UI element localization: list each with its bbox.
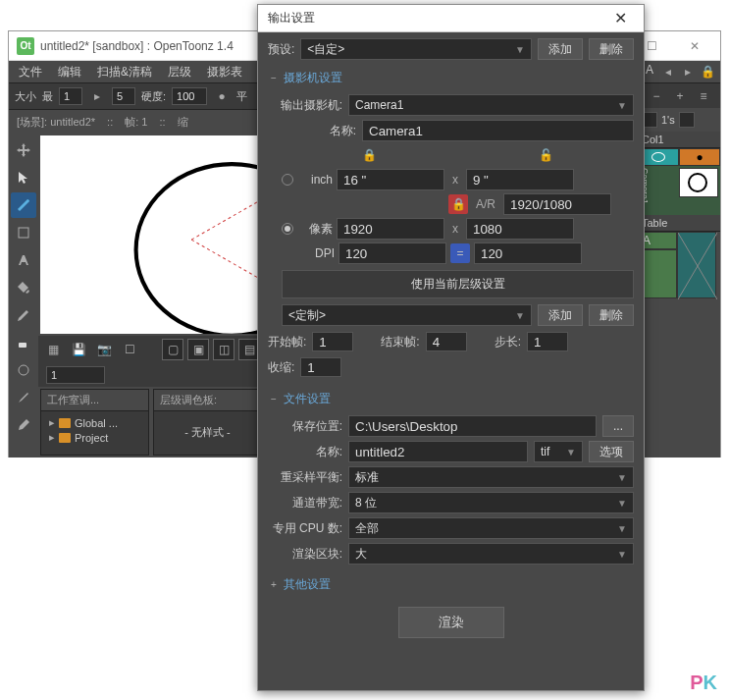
output-camera-select[interactable]: Camera1▼	[348, 94, 634, 116]
tape-tool-icon[interactable]	[11, 357, 36, 383]
close-button[interactable]: ✕	[677, 34, 712, 58]
xsheet-right-icon[interactable]	[679, 112, 695, 128]
step-label: 步长:	[495, 334, 521, 350]
eraser-tool-icon[interactable]	[11, 330, 36, 355]
resample-label: 重采样平衡:	[268, 469, 342, 486]
move-tool-icon[interactable]	[11, 137, 36, 163]
dpi-link-icon[interactable]: =	[450, 243, 470, 263]
pixel-radio[interactable]	[282, 223, 293, 235]
palette-panel: 层级调色板: - 无样式 -	[153, 389, 262, 456]
view-mode-3-icon[interactable]: ◫	[213, 339, 234, 360]
cpu-select[interactable]: 全部▼	[348, 517, 634, 539]
size-max-input[interactable]	[112, 87, 135, 105]
view-mode-1-icon[interactable]: ▢	[162, 339, 183, 360]
use-current-level-button[interactable]: 使用当前层级设置	[282, 270, 634, 298]
end-frame-input[interactable]	[426, 332, 467, 351]
toolbar-minus-icon[interactable]: −	[646, 85, 667, 107]
blank-icon[interactable]: ☐	[119, 339, 140, 360]
svg-point-3	[136, 164, 262, 334]
geometry-tool-icon[interactable]	[11, 220, 36, 245]
select-tool-icon[interactable]	[11, 165, 36, 190]
workspace-panel-title: 工作室调...	[41, 390, 148, 411]
type-tool-icon[interactable]	[11, 247, 36, 273]
canvas-viewport[interactable]	[40, 135, 262, 334]
output-settings-dialog: 输出设置 ✕ 预设: <自定>▼ 添加 删除 − 摄影机设置 输出摄影机: Ca…	[257, 4, 645, 691]
ar-lock-icon[interactable]: 🔒	[448, 194, 468, 214]
fill-tool-icon[interactable]	[11, 275, 36, 300]
camera-name-input[interactable]	[362, 120, 634, 141]
safe-area-icon[interactable]: ▦	[42, 339, 64, 360]
chevron-left-icon[interactable]: ◂	[659, 63, 677, 81]
cell-block-2[interactable]	[677, 232, 716, 298]
output-camera-label: 输出摄影机:	[268, 97, 342, 114]
brush-tool-icon[interactable]	[11, 192, 36, 218]
render-button[interactable]: 渲染	[398, 607, 504, 638]
svg-line-5	[191, 240, 262, 280]
ar-input[interactable]	[503, 193, 611, 215]
start-frame-input[interactable]	[312, 332, 353, 351]
block-select[interactable]: 大▼	[348, 543, 634, 565]
collapse-icon: −	[268, 73, 280, 84]
table-label: Table	[638, 215, 720, 232]
up-down-icon[interactable]: ▸	[88, 87, 106, 105]
menu-scan[interactable]: 扫描&清稿	[91, 62, 158, 82]
lock-toggle[interactable]: ●	[679, 148, 720, 166]
lock-open-icon[interactable]: 🔓	[536, 145, 555, 165]
dialog-close-button[interactable]: ✕	[606, 7, 634, 30]
preset-remove-button[interactable]: 删除	[589, 38, 634, 60]
level-thumbnail[interactable]	[679, 168, 718, 197]
save-location-input[interactable]	[348, 415, 597, 437]
resample-select[interactable]: 标准▼	[348, 466, 634, 488]
paint-tool-icon[interactable]	[11, 302, 36, 328]
other-section-header[interactable]: + 其他设置	[268, 572, 634, 597]
rgb-picker-tool-icon[interactable]	[11, 412, 36, 438]
tree-item-project[interactable]: ▸ Project	[45, 430, 144, 445]
svg-line-4	[191, 199, 262, 240]
inch-width-input[interactable]	[337, 169, 444, 190]
custom-add-button[interactable]: 添加	[538, 304, 583, 326]
preset-select[interactable]: <自定>▼	[300, 38, 532, 60]
lock-closed-icon[interactable]: 🔒	[360, 145, 380, 165]
camera-icon[interactable]: 📷	[93, 339, 115, 360]
hardness-input[interactable]	[172, 87, 207, 105]
toolbar-plus-icon[interactable]: +	[669, 85, 691, 107]
tree-item-global[interactable]: ▸ Global ...	[45, 415, 144, 430]
file-name-input[interactable]	[348, 441, 528, 462]
svg-rect-0	[19, 228, 28, 238]
menu-edit[interactable]: 编辑	[52, 62, 87, 82]
camera-section-header[interactable]: − 摄影机设置	[268, 66, 634, 90]
save-icon[interactable]: 💾	[68, 339, 89, 360]
menu-level[interactable]: 层级	[162, 62, 197, 82]
format-options-button[interactable]: 选项	[589, 441, 634, 462]
custom-preset-select[interactable]: <定制>▼	[282, 304, 532, 326]
file-section-header[interactable]: − 文件设置	[268, 387, 634, 411]
cpu-label: 专用 CPU 数:	[268, 520, 342, 537]
frame-number-input[interactable]	[46, 366, 105, 384]
menu-file[interactable]: 文件	[13, 62, 48, 82]
shrink-input[interactable]	[300, 357, 341, 377]
style-picker-tool-icon[interactable]	[11, 385, 36, 410]
custom-remove-button[interactable]: 删除	[589, 304, 634, 326]
inch-radio[interactable]	[282, 174, 293, 186]
pixel-width-input[interactable]	[337, 218, 444, 240]
preset-add-button[interactable]: 添加	[538, 38, 583, 60]
svg-rect-1	[19, 343, 26, 348]
dialog-title: 输出设置	[268, 10, 606, 27]
inch-height-input[interactable]	[466, 169, 574, 190]
chevron-right-icon[interactable]: ▸	[679, 63, 697, 81]
collapse-icon: −	[268, 394, 280, 405]
pixel-height-input[interactable]	[466, 218, 574, 240]
view-mode-2-icon[interactable]: ▣	[187, 339, 209, 360]
browse-button[interactable]: ...	[602, 415, 634, 437]
dpi-input-1[interactable]	[338, 242, 446, 264]
toolbar-bars-icon[interactable]: ≡	[693, 85, 714, 107]
svg-point-2	[19, 365, 28, 375]
lock-icon[interactable]: 🔒	[699, 63, 716, 81]
step-input[interactable]	[527, 332, 568, 351]
menu-xsheet[interactable]: 摄影表	[201, 62, 248, 82]
size-min-input[interactable]	[59, 87, 82, 105]
format-select[interactable]: tif▼	[534, 441, 583, 462]
channel-select[interactable]: 8 位▼	[348, 492, 634, 513]
col-header[interactable]: Col1	[642, 134, 664, 145]
dpi-input-2[interactable]	[474, 242, 582, 264]
